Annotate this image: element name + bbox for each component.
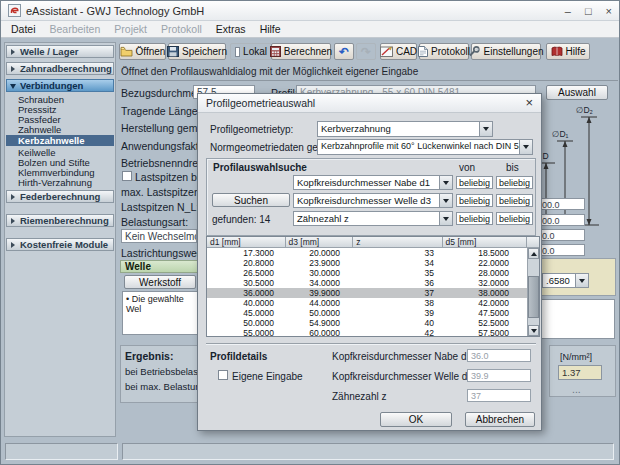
save-button[interactable]: Speichern xyxy=(168,43,226,60)
column-header-z[interactable]: z xyxy=(353,237,442,248)
table-row[interactable]: 40.0000 44.0000 38 42.0000 xyxy=(207,298,539,308)
sidebar-group-zahnradberechnung[interactable]: Zahnradberechnung xyxy=(6,62,114,75)
menu-hilfe[interactable]: Hilfe xyxy=(253,22,288,36)
criterion-2-to-input[interactable]: beliebig xyxy=(496,194,533,207)
criterion-3-from-input[interactable]: beliebig xyxy=(456,212,493,225)
right-field-3[interactable]: 0.0 xyxy=(538,229,585,241)
custom-input-checkbox[interactable] xyxy=(218,370,228,380)
sidebar-item-zahnwelle[interactable]: Zahnwelle xyxy=(6,125,114,135)
sidebar-group-verbindungen[interactable]: Verbindungen xyxy=(6,79,114,92)
sidebar-group-riemenberechnung[interactable]: Riemenberechnung xyxy=(6,214,114,227)
table-row[interactable]: 26.5000 30.0000 35 28.0000 xyxy=(207,268,539,278)
table-row[interactable]: 17.3000 20.0000 33 18.5000 xyxy=(207,248,539,258)
calculate-button[interactable]: Berechnen xyxy=(271,43,331,60)
menu-extras[interactable]: Extras xyxy=(209,22,253,36)
help-button[interactable]: Hilfe xyxy=(546,43,590,60)
protocol-button[interactable]: Protokoll xyxy=(419,43,469,60)
scroll-down-icon[interactable] xyxy=(528,325,539,336)
chevron-down-icon[interactable] xyxy=(519,139,533,155)
norm-geometry-select[interactable]: Kerbzahnprofile mit 60° Lückenwinkel nac… xyxy=(317,139,533,155)
profile-select-button[interactable]: Auswahl xyxy=(546,85,608,100)
criterion-1-to-input[interactable]: beliebig xyxy=(496,176,533,189)
right-field-1[interactable]: 00.0 xyxy=(538,198,585,210)
sidebar-item-hirth-verzahnung[interactable]: Hirth-Verzahnung xyxy=(6,178,114,188)
material-button[interactable]: Werkstoff xyxy=(124,275,196,289)
criterion-2-select[interactable]: Kopfkreisdurchmesser Welle d3 xyxy=(293,193,453,208)
cancel-button[interactable]: Abbrechen xyxy=(465,412,535,427)
sidebar-group-federberechnung[interactable]: Federberechnung xyxy=(6,190,114,203)
sidebar-group-kostenfreie-module[interactable]: Kostenfreie Module xyxy=(6,238,114,251)
collapsed-arrow-icon xyxy=(11,66,15,72)
sidebar-item-schrauben[interactable]: Schrauben xyxy=(6,95,114,105)
sidebar-group-welle-lager[interactable]: Welle / Lager xyxy=(6,45,114,58)
load-peaks-count-label: Lastspitzen N_L: xyxy=(121,201,199,213)
profile-type-select[interactable]: Kerbverzahnung xyxy=(317,121,493,137)
material-select[interactable]: .6580 xyxy=(542,273,589,288)
table-header-row: d1 [mm] d3 [mm] z d5 [mm] xyxy=(207,237,539,248)
local-checkbox[interactable]: Lokal xyxy=(230,43,272,60)
table-row[interactable]: 45.0000 50.0000 39 47.5000 xyxy=(207,308,539,318)
material-panel: .6580 xyxy=(538,258,616,296)
settings-button[interactable]: Einstellungen xyxy=(471,43,541,60)
menu-datei[interactable]: Datei xyxy=(4,22,43,36)
minimize-button[interactable]: – xyxy=(565,2,571,20)
divider xyxy=(206,343,536,345)
cad-button[interactable]: CAD xyxy=(380,43,417,60)
undo-button[interactable]: ↶ xyxy=(334,43,354,60)
table-row[interactable]: 55.0000 60.0000 42 57.5000 xyxy=(207,328,539,338)
redo-icon: ↷ xyxy=(361,46,371,58)
criterion-1-from-input[interactable]: beliebig xyxy=(456,176,493,189)
results-table: d1 [mm] d3 [mm] z d5 [mm] 17.3000 20.000… xyxy=(206,236,540,337)
unit-label: [N/mm²] xyxy=(560,352,592,362)
criterion-1-select[interactable]: Kopfkreisdurchmesser Nabe d1 xyxy=(293,175,453,190)
table-scrollbar[interactable] xyxy=(527,248,539,336)
criterion-3-to-input[interactable]: beliebig xyxy=(496,212,533,225)
close-button[interactable]: × xyxy=(606,2,612,20)
load-peaks-checkbox[interactable] xyxy=(122,171,132,181)
sidebar-item-passfeder[interactable]: Passfeder xyxy=(6,115,114,125)
column-header-d3[interactable]: d3 [mm] xyxy=(286,237,354,248)
table-row-selected[interactable]: 36.0000 39.9000 37 38.0000 xyxy=(207,288,539,298)
chevron-down-icon[interactable] xyxy=(439,193,453,208)
sidebar-item-presssitz[interactable]: Presssitz xyxy=(6,105,114,115)
open-icon xyxy=(120,46,133,57)
sidebar-item-klemmverbindung[interactable]: Klemmverbindung xyxy=(6,168,114,178)
save-icon xyxy=(167,46,179,57)
chevron-down-icon[interactable] xyxy=(479,121,493,137)
sidebar-item-keilwelle[interactable]: Keilwelle xyxy=(6,148,114,158)
table-row[interactable]: 20.8000 23.9000 34 22.0000 xyxy=(207,258,539,268)
redo-button: ↷ xyxy=(356,43,376,60)
details-title: Profildetails xyxy=(210,351,267,362)
expanded-arrow-icon xyxy=(10,84,16,89)
dialog-close-icon[interactable]: × xyxy=(525,95,533,111)
maximize-button[interactable]: □ xyxy=(585,2,592,20)
chevron-down-icon[interactable] xyxy=(439,211,453,226)
chevron-down-icon[interactable] xyxy=(439,175,453,190)
sidebar-item-bolzen-und-stifte[interactable]: Bolzen und Stifte xyxy=(6,158,114,168)
collapsed-arrow-icon xyxy=(11,194,15,200)
table-row[interactable]: 30.5000 34.0000 36 32.0000 xyxy=(207,278,539,288)
menu-projekt: Projekt xyxy=(107,22,154,36)
scrollbar-thumb[interactable] xyxy=(528,276,539,318)
search-button[interactable]: Suchen xyxy=(212,193,290,207)
criterion-2-from-input[interactable]: beliebig xyxy=(456,194,493,207)
load-type-select[interactable]: Kein Wechselmom xyxy=(121,229,197,243)
result-title: Ergebnis: xyxy=(125,350,173,362)
result-line-2: bei max. Belastung xyxy=(125,381,206,392)
collapsed-arrow-icon xyxy=(11,242,15,248)
dialog-titlebar[interactable]: Profilgeometrieauswahl × xyxy=(198,94,541,113)
right-field-2[interactable]: 00.0 xyxy=(538,214,585,226)
ok-button[interactable]: OK xyxy=(380,412,452,427)
table-row[interactable]: 50.0000 54.9000 40 52.5000 xyxy=(207,318,539,328)
column-header-d5[interactable]: d5 [mm] xyxy=(443,237,527,248)
open-button[interactable]: Öffnen xyxy=(119,43,166,60)
sidebar-item-kerbzahnwelle[interactable]: Kerbzahnwelle xyxy=(6,135,114,146)
column-header-d1[interactable]: d1 [mm] xyxy=(207,237,286,248)
chevron-down-icon[interactable] xyxy=(575,273,589,288)
right-field-4[interactable]: 0.0 xyxy=(538,244,585,256)
criterion-3-select[interactable]: Zähnezahl z xyxy=(293,211,453,226)
scroll-up-icon[interactable] xyxy=(528,248,539,259)
collapsed-arrow-icon xyxy=(11,49,15,55)
detail-z-label: Zähnezahl z xyxy=(332,391,386,402)
collapsed-arrow-icon xyxy=(11,218,15,224)
